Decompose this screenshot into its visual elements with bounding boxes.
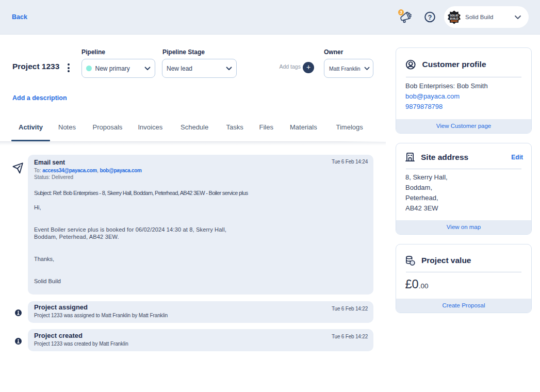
- svg-text:SOLID: SOLID: [450, 14, 459, 17]
- svg-text:BUILD: BUILD: [450, 17, 459, 20]
- svg-text:?: ?: [428, 13, 432, 21]
